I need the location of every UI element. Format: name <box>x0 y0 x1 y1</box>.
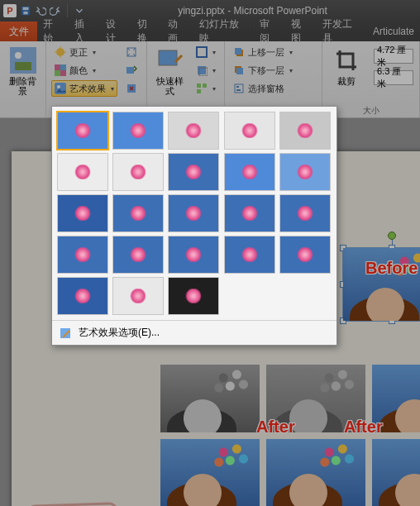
layout-icon <box>196 83 208 94</box>
width-box[interactable]: 6.3 厘米 <box>370 70 413 85</box>
gallery-thumb-paint-strokes[interactable] <box>112 153 164 191</box>
svg-point-5 <box>15 52 21 59</box>
color-button[interactable]: 颜色▾ <box>51 62 117 79</box>
crop-icon <box>333 47 360 74</box>
svg-point-6 <box>56 48 64 56</box>
svg-rect-27 <box>235 48 241 55</box>
height-box[interactable]: 4.72 厘米 <box>370 49 413 64</box>
crop-button[interactable]: 裁剪 <box>327 44 365 86</box>
svg-rect-29 <box>236 68 243 74</box>
gallery-options-row[interactable]: 艺术效果选项(E)... <box>52 320 336 345</box>
redo-icon[interactable] <box>50 5 61 17</box>
selection-pane-icon <box>233 83 245 94</box>
send-backward-label: 下移一层 <box>248 64 284 77</box>
gallery-options-label: 艺术效果选项(E)... <box>79 326 160 340</box>
gallery-thumb-glow-diffused[interactable] <box>224 153 275 191</box>
gallery-thumb-line-drawing[interactable] <box>279 112 331 150</box>
send-backward-button[interactable]: 下移一层▾ <box>230 62 317 79</box>
tab-review[interactable]: 审阅 <box>254 21 285 41</box>
selection-pane-button[interactable]: 选择窗格 <box>230 80 317 97</box>
gallery-thumb-pencil-gray[interactable] <box>168 112 219 150</box>
file-tab[interactable]: 文件 <box>0 21 37 41</box>
change-picture-icon <box>126 64 137 76</box>
tab-developer[interactable]: 开发工具 <box>317 21 367 41</box>
gallery-thumb-light-screen[interactable] <box>57 194 108 232</box>
svg-rect-12 <box>60 64 66 70</box>
compress-pictures-button[interactable] <box>122 44 141 60</box>
picture-layout-button[interactable]: ▾ <box>193 80 219 97</box>
watermark-stamp <box>26 502 121 506</box>
svg-rect-31 <box>236 86 239 88</box>
picture-effects-button[interactable]: ▾ <box>193 62 219 79</box>
quick-styles-label: 快速样式 <box>152 76 188 96</box>
color-icon <box>55 64 66 76</box>
gallery-thumb-cutout[interactable] <box>279 236 331 274</box>
compress-icon <box>126 46 137 58</box>
tab-slideshow[interactable]: 幻灯片放映 <box>193 21 254 41</box>
gallery-thumb-none[interactable] <box>57 112 108 150</box>
reset-picture-button[interactable] <box>122 80 141 97</box>
gallery-thumb-plastic-wrap[interactable] <box>224 236 275 274</box>
bring-forward-button[interactable]: 上移一层▾ <box>230 44 317 60</box>
gallery-thumb-glow-edges[interactable] <box>112 277 164 315</box>
height-value: 4.72 厘米 <box>374 49 413 64</box>
quick-styles-button[interactable]: 快速样式 <box>152 44 188 96</box>
qat-dropdown-icon[interactable] <box>74 5 85 17</box>
gallery-thumb-crisscross[interactable] <box>112 236 164 274</box>
tab-transitions[interactable]: 切换 <box>131 21 163 41</box>
change-picture-button[interactable] <box>122 62 141 79</box>
ribbon-tabs: 文件 开始 插入 设计 切换 动画 幻灯片放映 审阅 视图 开发工具 Artic… <box>0 21 420 41</box>
svg-rect-1 <box>23 7 29 11</box>
gallery-thumb-texturizer[interactable] <box>57 236 108 274</box>
app-icon[interactable]: P <box>3 4 17 17</box>
after-caption-2: After <box>344 418 383 437</box>
color-label: 颜色 <box>69 64 88 77</box>
corrections-button[interactable]: 更正▾ <box>51 44 117 60</box>
artistic-effects-button[interactable]: 艺术效果▾ <box>51 80 117 97</box>
remove-background-button[interactable]: 删除背景 <box>5 44 41 96</box>
gallery-thumb-paint-brush[interactable] <box>168 153 219 191</box>
gallery-thumb-watercolor[interactable] <box>112 194 164 232</box>
tab-insert[interactable]: 插入 <box>69 21 100 41</box>
gallery-thumb-mosaic[interactable] <box>168 277 219 315</box>
gallery-thumb-cement[interactable] <box>279 194 331 232</box>
options-icon <box>59 327 72 340</box>
gallery-thumb-marker[interactable] <box>112 112 164 150</box>
gallery-thumb-photocopy[interactable] <box>57 277 108 315</box>
send-backward-icon <box>233 64 245 76</box>
svg-rect-24 <box>203 84 207 88</box>
svg-rect-23 <box>197 84 201 88</box>
save-icon[interactable] <box>20 5 31 17</box>
svg-rect-13 <box>55 70 60 76</box>
gallery-thumb-film-grain[interactable] <box>168 194 219 232</box>
group-size-label: 大小 <box>327 104 414 117</box>
gallery-thumb-glass[interactable] <box>224 194 275 232</box>
svg-rect-19 <box>159 50 177 65</box>
group-background: 删除背景 <box>0 41 46 117</box>
bring-forward-label: 上移一层 <box>248 46 284 59</box>
gallery-thumb-pastels[interactable] <box>168 236 219 274</box>
artistic-effects-gallery: 艺术效果选项(E)... <box>51 106 337 346</box>
undo-icon[interactable] <box>35 5 46 17</box>
svg-rect-25 <box>197 89 201 93</box>
svg-rect-17 <box>126 67 134 74</box>
gallery-thumb-pencil-sketch[interactable] <box>224 112 275 150</box>
tab-home[interactable]: 开始 <box>37 21 69 41</box>
rotate-handle[interactable] <box>388 232 396 240</box>
corrections-label: 更正 <box>69 46 88 59</box>
tab-design[interactable]: 设计 <box>100 21 131 41</box>
svg-rect-20 <box>197 47 207 57</box>
gallery-thumb-chalk[interactable] <box>57 153 108 191</box>
remove-bg-icon <box>10 47 36 74</box>
window-title: yingzi.pptx - Microsoft PowerPoint <box>85 5 420 17</box>
after-photo <box>160 439 260 506</box>
gallery-thumb-blur[interactable] <box>279 153 331 191</box>
border-icon <box>196 46 208 58</box>
after-caption-1: After <box>256 418 295 437</box>
tab-view[interactable]: 视图 <box>285 21 317 41</box>
tab-animations[interactable]: 动画 <box>162 21 193 41</box>
picture-border-button[interactable]: ▾ <box>193 44 219 60</box>
after-photo <box>160 365 260 432</box>
tab-articulate[interactable]: Articulate <box>367 21 420 41</box>
artistic-icon <box>55 83 66 94</box>
